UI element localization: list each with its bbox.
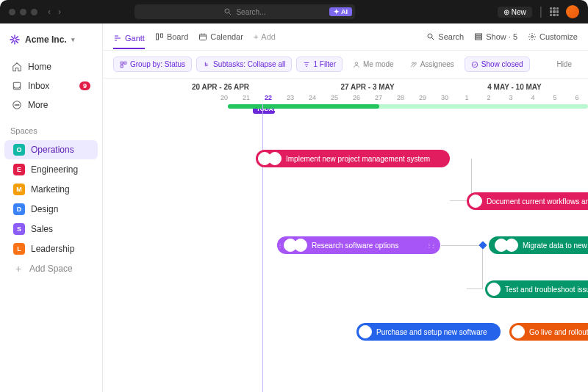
search-icon xyxy=(426,32,435,41)
workspace-icon xyxy=(9,34,21,46)
assignee-avatar[interactable] xyxy=(469,195,482,208)
week-label: 20 APR - 26 APR xyxy=(147,83,294,91)
task-label: Research software options xyxy=(312,242,398,250)
traffic-lights xyxy=(9,9,37,15)
view-calendar[interactable]: Calendar xyxy=(198,29,243,44)
svg-rect-17 xyxy=(156,34,158,40)
task-label: Go live and rollout to organization xyxy=(529,328,588,336)
gantt-task[interactable]: Implement new project management system xyxy=(256,150,450,167)
chip-me-mode[interactable]: Me mode xyxy=(347,57,400,71)
drag-handle-icon[interactable]: ⋮⋮ xyxy=(429,236,433,254)
svg-line-7 xyxy=(15,40,18,43)
svg-point-23 xyxy=(428,34,432,38)
assignee-avatar[interactable] xyxy=(268,152,282,165)
chip-subtasks[interactable]: Subtasks: Collapse all xyxy=(196,57,292,72)
more-icon xyxy=(12,100,22,110)
svg-rect-30 xyxy=(124,62,126,64)
sidebar: Acme Inc. ▾ Home Inbox 9 More Spaces OOp… xyxy=(0,23,103,392)
view-gantt[interactable]: Gantt xyxy=(113,31,145,49)
svg-rect-27 xyxy=(476,38,482,40)
people-icon xyxy=(410,61,417,68)
minimize-icon[interactable] xyxy=(20,9,26,15)
space-sales[interactable]: SSales xyxy=(4,219,98,239)
apps-icon[interactable] xyxy=(550,7,559,16)
add-view[interactable]: + Add xyxy=(254,29,276,44)
task-label: Purchase and setup new software xyxy=(376,328,487,336)
svg-line-8 xyxy=(12,40,14,43)
maximize-icon[interactable] xyxy=(31,9,37,15)
space-badge: D xyxy=(13,203,25,215)
assignee-avatar[interactable] xyxy=(294,239,307,252)
svg-rect-26 xyxy=(476,36,482,37)
check-icon xyxy=(471,61,478,68)
forward-icon[interactable]: › xyxy=(58,7,61,17)
space-badge: L xyxy=(13,243,25,255)
task-label: Implement new project management system xyxy=(286,155,430,163)
chip-hide[interactable]: Hide xyxy=(551,57,578,71)
gantt-task[interactable]: Document current workflows and processes xyxy=(467,192,588,210)
assignee-avatar[interactable] xyxy=(487,283,501,296)
day-headers: TODAY 2021222324252627282930123456789101… xyxy=(103,92,588,104)
main-content: Gantt Board Calendar + Add Search Show xyxy=(103,23,588,392)
chip-assignees[interactable]: Assignees xyxy=(404,57,460,71)
workspace-switcher[interactable]: Acme Inc. ▾ xyxy=(0,31,102,54)
day-label: 22 xyxy=(257,94,279,101)
gantt-task[interactable]: Test and troubleshoot issues xyxy=(485,280,588,298)
space-engineering[interactable]: EEngineering xyxy=(4,160,98,179)
chip-filter[interactable]: 1 Filter xyxy=(296,57,343,72)
new-button[interactable]: ⊕ New xyxy=(498,7,532,18)
chip-show-closed[interactable]: Show closed xyxy=(465,57,530,72)
filter-bar: Group by: Status Subtasks: Collapse all … xyxy=(103,51,588,79)
close-icon[interactable] xyxy=(9,9,15,15)
calendar-icon xyxy=(198,32,207,41)
gantt-task[interactable]: ⋮⋮Research software options⋮⋮ xyxy=(277,236,440,254)
day-label: 29 xyxy=(412,94,434,101)
toolbar-customize[interactable]: Customize xyxy=(528,29,578,44)
assignee-avatar[interactable] xyxy=(505,239,518,252)
gantt-chart[interactable]: Implement new project management systemD… xyxy=(103,104,588,392)
day-label: 6 xyxy=(566,94,588,101)
assignee-avatar[interactable] xyxy=(359,325,372,338)
space-design[interactable]: DDesign xyxy=(4,200,98,219)
user-avatar[interactable] xyxy=(566,5,579,18)
day-label: 30 xyxy=(434,94,456,101)
space-leadership[interactable]: LLeadership xyxy=(4,239,98,258)
nav-inbox[interactable]: Inbox 9 xyxy=(6,76,96,95)
show-icon xyxy=(474,32,483,41)
toolbar-search[interactable]: Search xyxy=(426,29,464,44)
chip-group-by[interactable]: Group by: Status xyxy=(113,57,192,72)
gantt-task[interactable]: Purchase and setup new software xyxy=(356,323,501,341)
space-operations[interactable]: OOperations xyxy=(4,140,98,159)
assignee-avatar[interactable] xyxy=(512,325,525,338)
task-label: Test and troubleshoot issues xyxy=(505,286,588,294)
day-label: 3 xyxy=(500,94,522,101)
day-label: 20 xyxy=(213,94,235,101)
back-icon[interactable]: ‹ xyxy=(48,7,51,17)
svg-point-13 xyxy=(18,104,19,105)
inbox-icon xyxy=(12,81,22,91)
view-board[interactable]: Board xyxy=(155,29,188,44)
chevron-down-icon: ▾ xyxy=(71,36,75,43)
gantt-icon xyxy=(113,34,122,43)
global-search[interactable]: Search... ✦ AI xyxy=(135,4,355,19)
search-placeholder: Search... xyxy=(236,8,265,16)
home-icon xyxy=(12,62,22,72)
svg-rect-25 xyxy=(476,34,482,35)
space-marketing[interactable]: MMarketing xyxy=(4,180,98,199)
day-label: 21 xyxy=(235,94,257,101)
svg-point-12 xyxy=(16,104,17,105)
svg-point-36 xyxy=(412,62,414,65)
nav-home[interactable]: Home xyxy=(6,57,96,76)
space-badge: E xyxy=(13,164,25,175)
svg-point-28 xyxy=(531,36,534,38)
add-space-button[interactable]: + Add Space xyxy=(4,260,98,277)
person-icon xyxy=(353,61,360,68)
week-label: 4 MAY - 10 MAY xyxy=(441,83,588,91)
gantt-task[interactable]: Go live and rollout to organization xyxy=(509,323,588,341)
search-icon xyxy=(223,7,232,16)
nav-more[interactable]: More xyxy=(6,95,96,115)
gantt-task[interactable]: Migrate data to new system xyxy=(489,236,588,254)
task-label: Document current workflows and processes xyxy=(487,197,588,206)
ai-badge[interactable]: ✦ AI xyxy=(329,7,352,16)
toolbar-show[interactable]: Show · 5 xyxy=(474,29,517,44)
